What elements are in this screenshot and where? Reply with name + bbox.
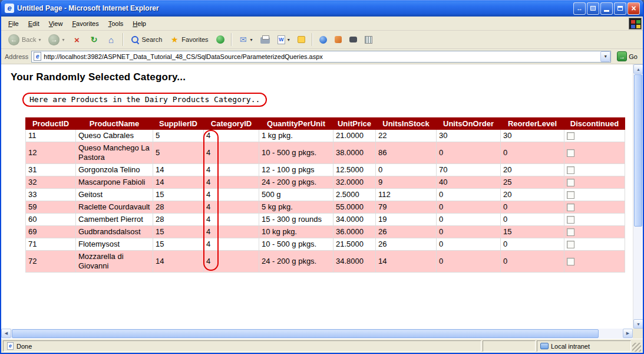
vertical-scroll-track[interactable] bbox=[633, 74, 643, 319]
vertical-scroll-thumb[interactable] bbox=[634, 74, 642, 227]
tiles-button[interactable] bbox=[361, 32, 376, 47]
discuss-button[interactable] bbox=[294, 32, 309, 47]
messenger-button[interactable] bbox=[316, 32, 331, 47]
cell-discontinued bbox=[564, 176, 625, 189]
maximize-button[interactable] bbox=[614, 2, 626, 15]
cell-reorder-level: 15 bbox=[501, 226, 564, 238]
cell-unit-price: 34.0000 bbox=[333, 214, 376, 226]
cell-units-on-order: 70 bbox=[437, 164, 501, 176]
cell-units-on-order: 0 bbox=[437, 238, 501, 251]
history-button[interactable] bbox=[213, 32, 228, 47]
cell-unit-price: 38.0000 bbox=[333, 142, 376, 164]
table-row: 11Queso Cabrales541 kg pkg.21.0000223030 bbox=[26, 130, 625, 142]
column-header-discontinued: Discontinued bbox=[564, 118, 625, 130]
cell-supplier-id: 5 bbox=[153, 142, 204, 164]
titlebar-extra-button-2[interactable] bbox=[587, 2, 599, 15]
scroll-down-button[interactable] bbox=[633, 319, 643, 329]
chevron-down-icon bbox=[250, 37, 253, 42]
cell-product-id: 59 bbox=[26, 201, 76, 214]
minimize-button[interactable] bbox=[600, 2, 613, 15]
go-button[interactable]: Go bbox=[614, 50, 640, 63]
favorites-button[interactable]: Favorites bbox=[166, 32, 212, 47]
search-icon bbox=[130, 35, 140, 44]
titlebar-extra-button-1[interactable] bbox=[573, 2, 586, 15]
mail-button[interactable] bbox=[235, 32, 256, 47]
forward-icon bbox=[48, 34, 60, 45]
edit-button[interactable] bbox=[274, 32, 293, 47]
cell-units-in-stock: 112 bbox=[376, 189, 437, 201]
menu-view[interactable]: View bbox=[44, 18, 68, 29]
cell-product-name: Geitost bbox=[76, 189, 153, 201]
cell-quantity-per-unit: 12 - 100 g pkgs bbox=[259, 164, 333, 176]
menu-file[interactable]: File bbox=[4, 18, 24, 29]
cell-product-name: Flotemysost bbox=[76, 238, 153, 251]
horizontal-scrollbar[interactable] bbox=[1, 329, 633, 339]
cell-quantity-per-unit: 24 - 200 g pkgs. bbox=[259, 251, 333, 273]
cell-units-on-order: 0 bbox=[437, 189, 501, 201]
cell-category-id: 4 bbox=[204, 201, 259, 214]
column-header-product-id: ProductID bbox=[26, 118, 76, 130]
table-row: 33Geitost154500 g2.5000112020 bbox=[26, 189, 625, 201]
scroll-right-button[interactable] bbox=[623, 329, 633, 338]
menu-favorites[interactable]: Favorites bbox=[67, 18, 103, 29]
toolbar-separator bbox=[231, 33, 232, 46]
cell-unit-price: 32.0000 bbox=[333, 176, 376, 189]
discontinued-checkbox bbox=[567, 258, 574, 266]
research-icon bbox=[335, 36, 342, 43]
home-button[interactable] bbox=[103, 32, 120, 47]
back-button[interactable]: Back bbox=[5, 32, 44, 47]
table-row: 32Mascarpone Fabioli14424 - 200 g pkgs.3… bbox=[26, 176, 625, 189]
table-row: 31Gorgonzola Telino14412 - 100 g pkgs12.… bbox=[26, 164, 625, 176]
cell-product-id: 60 bbox=[26, 214, 76, 226]
cell-supplier-id: 15 bbox=[153, 226, 204, 238]
cell-units-on-order: 30 bbox=[437, 130, 501, 142]
cell-product-id: 31 bbox=[26, 164, 76, 176]
column-header-unit-price: UnitPrice bbox=[333, 118, 376, 130]
scroll-left-button[interactable] bbox=[1, 329, 11, 338]
horizontal-scroll-thumb[interactable] bbox=[12, 329, 599, 338]
cell-units-on-order: 40 bbox=[437, 176, 501, 189]
cell-units-in-stock: 19 bbox=[376, 214, 437, 226]
cell-product-id: 32 bbox=[26, 176, 76, 189]
cell-reorder-level: 0 bbox=[501, 251, 564, 273]
forward-button[interactable] bbox=[45, 32, 68, 47]
close-button[interactable] bbox=[628, 2, 640, 15]
go-arrow-icon bbox=[617, 51, 627, 61]
back-icon bbox=[8, 34, 19, 45]
search-button[interactable]: Search bbox=[127, 32, 166, 47]
close-icon bbox=[631, 4, 636, 12]
menu-edit[interactable]: Edit bbox=[24, 18, 44, 29]
stop-button[interactable] bbox=[69, 32, 85, 47]
page-icon bbox=[34, 52, 41, 61]
cell-units-in-stock: 22 bbox=[376, 130, 437, 142]
horizontal-scroll-track[interactable] bbox=[11, 329, 623, 339]
table-row: 69Gudbrandsdalsost15410 kg pkg.36.000026… bbox=[26, 226, 625, 238]
cell-supplier-id: 28 bbox=[153, 201, 204, 214]
toolbar-separator bbox=[123, 33, 124, 46]
resize-grip[interactable] bbox=[632, 343, 641, 352]
toolbar: Back Search Favorites bbox=[1, 31, 643, 49]
scroll-up-button[interactable] bbox=[633, 64, 643, 74]
print-button[interactable] bbox=[257, 32, 273, 47]
cell-reorder-level: 0 bbox=[501, 238, 564, 251]
address-input[interactable]: http://localhost:3982/ASPNET_Data_Tutori… bbox=[31, 51, 611, 63]
cell-product-name: Gorgonzola Telino bbox=[76, 164, 153, 176]
cell-product-name: Camembert Pierrot bbox=[76, 214, 153, 226]
menu-tools[interactable]: Tools bbox=[104, 18, 128, 29]
menu-help[interactable]: Help bbox=[128, 18, 151, 29]
column-header-units-on-order: UnitsOnOrder bbox=[437, 118, 501, 130]
find-button[interactable] bbox=[346, 32, 361, 47]
cell-quantity-per-unit: 5 kg pkg. bbox=[259, 201, 333, 214]
table-row: 12Queso Manchego La Pastora5410 - 500 g … bbox=[26, 142, 625, 164]
cell-quantity-per-unit: 500 g bbox=[259, 189, 333, 201]
maximize-icon bbox=[617, 6, 623, 11]
edit-word-icon bbox=[278, 35, 285, 44]
cell-units-on-order: 0 bbox=[437, 214, 501, 226]
cell-discontinued bbox=[564, 164, 625, 176]
refresh-button[interactable] bbox=[86, 32, 103, 47]
cell-quantity-per-unit: 10 - 500 g pkgs. bbox=[259, 238, 333, 251]
search-label: Search bbox=[142, 36, 163, 43]
research-button[interactable] bbox=[331, 32, 345, 47]
vertical-scrollbar[interactable] bbox=[633, 64, 643, 329]
address-dropdown-button[interactable] bbox=[600, 51, 610, 62]
